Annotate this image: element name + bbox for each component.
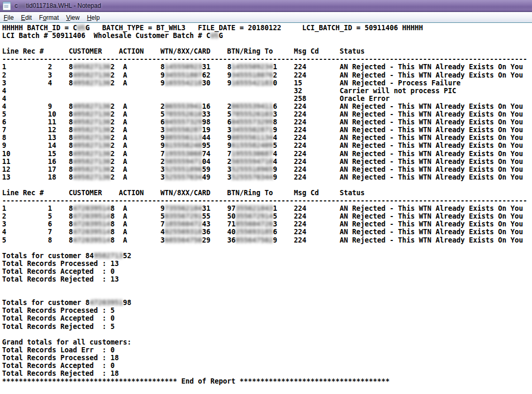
- menu-item-file[interactable]: File: [0, 13, 17, 22]
- menu-bar: FileEditFormatViewHelp: [0, 12, 532, 23]
- report-line: Total Records Processed : 5: [2, 307, 532, 314]
- redacted-text: 3455518076: [231, 71, 273, 79]
- report-line: 12 17 84958271362 A 352555189659 3525551…: [2, 166, 532, 173]
- redacted-text: 472039514: [73, 205, 110, 212]
- redacted-text: 495827136: [73, 103, 110, 110]
- report-line: [2, 244, 532, 252]
- redacted-text: 025569318: [164, 228, 202, 236]
- redacted-text: 855604726: [235, 220, 273, 228]
- report-line: [2, 181, 532, 189]
- notepad-icon: [3, 2, 11, 10]
- redacted-text: 0455573299: [231, 118, 273, 126]
- report-line: 3 6 84720395148 A 718556047243 718556047…: [2, 220, 532, 228]
- redacted-text: 495827136: [73, 150, 110, 158]
- report-line: 11 16 84958271362 A 256555947104 2565559…: [2, 158, 532, 166]
- redacted-text: 495827136: [73, 166, 110, 173]
- report-line: LCI Batch # 50911406 Wholesale Customer …: [2, 32, 532, 40]
- redacted-text: 355621843: [235, 205, 273, 212]
- report-line: ****************************************…: [2, 377, 532, 385]
- redacted-text: 472039514: [73, 212, 110, 220]
- menu-item-help[interactable]: Help: [83, 13, 104, 22]
- report-line: 10 15 84958271362 A 719555306874 7195553…: [2, 150, 532, 158]
- redacted-text: 495827136: [73, 63, 110, 71]
- redacted-text: US: [210, 32, 219, 40]
- report-line: 9 14 84958271362 A 961555824095 96155582…: [2, 142, 532, 149]
- report-line: [2, 283, 532, 291]
- report-line: Line Rec # CUSTOMER ACTION WTN/8XX/CARD …: [2, 47, 532, 55]
- redacted-text: 5255518965: [231, 166, 273, 173]
- report-line: 4 258 Oracle Error: [2, 95, 532, 103]
- report-line: HHHHH BATCH_ID = CUSG BATCH_TYPE = BT_WH…: [2, 24, 532, 32]
- redacted-text: 1955530687: [231, 150, 273, 158]
- redacted-text: 855647502: [235, 236, 273, 244]
- report-line: Total Records Rejected : 13: [2, 275, 532, 283]
- report-line: [2, 40, 532, 47]
- menu-item-edit[interactable]: Edit: [17, 13, 35, 22]
- report-line: [2, 331, 532, 338]
- redacted-text: 565559471: [164, 158, 202, 166]
- redacted-text: 735562184: [164, 205, 202, 212]
- redacted-text: 3455502871: [231, 126, 273, 134]
- redacted-text: 0655539411: [231, 103, 273, 110]
- redacted-text: 495827136: [73, 142, 110, 149]
- report-line: 1 2 84958271362 A 814555092331 814555092…: [2, 63, 532, 71]
- report-line: Total Records Accepted : 0: [2, 268, 532, 275]
- redacted-text: 045557329: [164, 118, 202, 126]
- report-line: ----------------------------------------…: [2, 197, 532, 205]
- report-line: 2 5 84720395148 A 503556729155 503556729…: [2, 212, 532, 220]
- text-area[interactable]: HHHHH BATCH_ID = CUSG BATCH_TYPE = BT_WH…: [0, 23, 532, 394]
- report-line: 3 4 84958271362 A 916555421830 916555421…: [2, 79, 532, 87]
- report-line: Grand totals for all customers:: [2, 338, 532, 346]
- redacted-text: 495827136: [73, 126, 110, 134]
- redacted-text: 495827136: [73, 173, 110, 181]
- report-line: 5 8 84720395148 A 368556475029 368556475…: [2, 236, 532, 244]
- report-line: Total Records Rejected : 18: [2, 370, 532, 377]
- report-line: 4 7 84720395148 A 402556931836 402556931…: [2, 228, 532, 236]
- report-line: 4 32 Carrier will not process PIC: [2, 87, 532, 95]
- redacted-text: 035567291: [164, 212, 202, 220]
- menu-item-format[interactable]: Format: [35, 13, 62, 22]
- redacted-text: 685564750: [164, 236, 202, 244]
- report-line: 13 18 84958271362 A 352555703449 3525557…: [2, 173, 532, 181]
- redacted-text: 495827136: [73, 158, 110, 166]
- report-line: Total Records Processed : 13: [2, 260, 532, 268]
- redacted-text: 785552610: [164, 110, 202, 118]
- report-line: 7 12 84958271362 A 334555028719 33455502…: [2, 126, 532, 134]
- report-line: 5 10 84958271362 A 578555261033 57855526…: [2, 110, 532, 118]
- redacted-text: 1455509234: [231, 63, 273, 71]
- redacted-text: 345551807: [164, 71, 202, 79]
- report-line: Line Rec # CUSTOMER ACTION WTN/8XX/CARD …: [2, 189, 532, 197]
- report-line: Total Records Accepted : 0: [2, 314, 532, 322]
- report-line: [2, 291, 532, 299]
- report-line: 8 13 84958271362 A 908555611344 90855561…: [2, 134, 532, 142]
- report-line: Total Records Rejected : 5: [2, 323, 532, 331]
- report-line: ----------------------------------------…: [2, 55, 532, 63]
- redacted-text: 615558240: [164, 142, 202, 149]
- redacted-text: 525551896: [164, 166, 202, 173]
- redacted-text: 145550923: [164, 63, 202, 71]
- report-line: 1 1 84720395148 A 973556218431 973556218…: [2, 205, 532, 212]
- report-line: Totals for customer 84720395198: [2, 299, 532, 307]
- title-bar[interactable]: custtid011718a.WHL - Notepad: [0, 0, 532, 12]
- redacted-text: 1655542183: [231, 79, 273, 87]
- redacted-text: 7855526103: [231, 110, 273, 118]
- redacted-text: 195553068: [164, 150, 202, 158]
- redacted-text: 495827136: [73, 118, 110, 126]
- redacted-text: 525557034: [164, 173, 202, 181]
- redacted-text: 6155582409: [231, 142, 273, 149]
- redacted-text: US: [77, 24, 85, 32]
- menu-item-view[interactable]: View: [62, 13, 83, 22]
- redacted-text: 472039514: [73, 236, 110, 244]
- redacted-text: 495827136: [73, 79, 110, 87]
- window-title: custtid011718a.WHL - Notepad: [15, 2, 101, 9]
- redacted-text: 255693185: [235, 228, 273, 236]
- redacted-text: 472039514: [73, 220, 110, 228]
- redacted-text: 472039514: [73, 228, 110, 236]
- report-line: Total Records Processed : 18: [2, 354, 532, 362]
- redacted-text: 47203951: [90, 299, 123, 307]
- redacted-text: 495827136: [73, 134, 110, 142]
- notepad-window: custtid011718a.WHL - Notepad FileEditFor…: [0, 0, 532, 394]
- redacted-text: 495827136: [73, 71, 110, 79]
- redacted-text: 0855561134: [231, 134, 273, 142]
- redacted-text: 345550287: [164, 126, 202, 134]
